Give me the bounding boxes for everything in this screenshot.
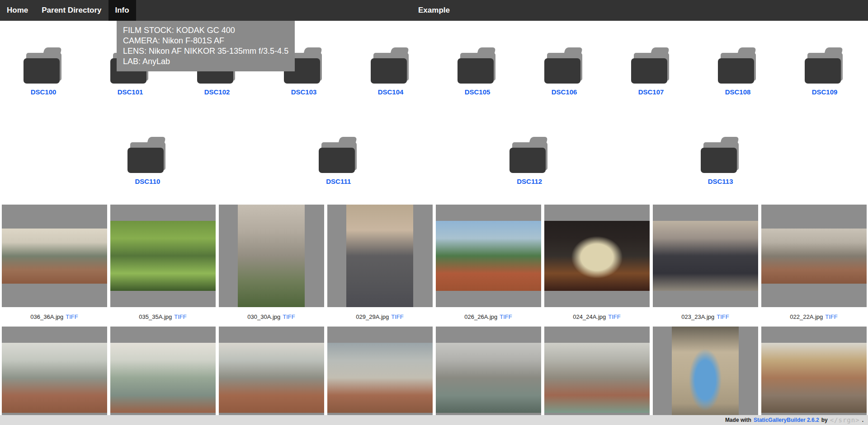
folder-icon[interactable] <box>717 47 759 84</box>
thumbnail-cell <box>436 327 541 425</box>
photo-thumbnail[interactable] <box>327 343 433 413</box>
photo-thumbnail[interactable] <box>672 327 739 425</box>
folder-item[interactable]: DSC109 <box>781 47 868 96</box>
folder-item[interactable]: DSC107 <box>608 47 694 96</box>
info-lab: LAB: AnyLab <box>123 56 288 67</box>
folder-icon[interactable] <box>457 47 498 84</box>
photo-thumbnail[interactable] <box>110 221 216 291</box>
tiff-link[interactable]: TIFF <box>717 313 729 320</box>
folder-item[interactable]: DSC104 <box>347 47 434 96</box>
photo-thumbnail[interactable] <box>238 205 305 307</box>
tiff-link[interactable]: TIFF <box>66 313 78 320</box>
folder-item[interactable]: DSC100 <box>0 47 87 96</box>
photo-thumbnail[interactable] <box>219 343 324 413</box>
photo-thumbnail[interactable] <box>2 343 107 413</box>
nav-bar: Home Parent Directory Info Example <box>0 0 868 21</box>
info-camera: CAMERA: Nikon F-801S AF <box>123 36 288 46</box>
folder-tab-shape <box>476 47 496 58</box>
photo-thumbnail[interactable] <box>544 343 650 413</box>
footer-builder-link[interactable]: StaticGalleryBuilder 2.6.2 <box>754 417 819 423</box>
tiff-link[interactable]: TIFF <box>608 313 620 320</box>
photo-thumbnail[interactable] <box>544 221 650 291</box>
thumbnail-cell <box>544 205 650 307</box>
folder-label[interactable]: DSC110 <box>135 177 160 185</box>
folder-label[interactable]: DSC107 <box>638 88 664 96</box>
folder-icon[interactable] <box>370 47 411 84</box>
gallery-item: 023_23A.jpg TIFF <box>653 205 758 327</box>
folder-front-shape <box>127 148 164 173</box>
folder-label[interactable]: DSC101 <box>118 88 143 96</box>
thumbnail-row-2 <box>0 327 868 425</box>
folder-item[interactable]: DSC105 <box>434 47 521 96</box>
folder-icon[interactable] <box>630 47 672 84</box>
photo-thumbnail[interactable] <box>2 229 107 284</box>
gallery-item: 029_29A.jpg TIFF <box>327 205 433 327</box>
gallery-item: 024_24A.jpg TIFF <box>544 205 650 327</box>
gallery-item <box>2 327 107 425</box>
folder-tab-shape <box>302 47 322 58</box>
tiff-link[interactable]: TIFF <box>391 313 403 320</box>
folder-icon[interactable] <box>700 136 741 173</box>
gallery-item <box>110 327 216 425</box>
folder-label[interactable]: DSC104 <box>378 88 404 96</box>
folder-icon[interactable] <box>318 136 359 173</box>
footer-srgn-logo[interactable]: </srgn> <box>830 416 860 424</box>
folder-label[interactable]: DSC112 <box>517 177 542 185</box>
folder-icon[interactable] <box>543 47 585 84</box>
thumbnail-cell <box>436 205 541 307</box>
filename-label: 030_30A.jpg <box>247 313 280 320</box>
thumbnail-cell <box>653 205 758 307</box>
photo-thumbnail[interactable] <box>346 205 413 307</box>
thumbnail-caption: 036_36A.jpg TIFF <box>2 307 107 327</box>
folder-icon[interactable] <box>804 47 845 84</box>
folder-label[interactable]: DSC113 <box>708 177 733 185</box>
photo-thumbnail[interactable] <box>761 229 867 284</box>
folder-label[interactable]: DSC102 <box>204 88 230 96</box>
filename-label: 023_23A.jpg <box>681 313 714 320</box>
folder-tab-shape <box>823 47 843 58</box>
folder-label[interactable]: DSC109 <box>812 88 838 96</box>
thumbnail-cell <box>219 327 324 425</box>
thumbnail-caption: 023_23A.jpg TIFF <box>653 307 758 327</box>
nav-item-info[interactable]: Info <box>108 0 136 21</box>
nav-item-parent-directory[interactable]: Parent Directory <box>35 0 108 21</box>
folder-item[interactable]: DSC111 <box>295 136 382 185</box>
folder-label[interactable]: DSC105 <box>465 88 491 96</box>
tiff-link[interactable]: TIFF <box>174 313 186 320</box>
folder-item[interactable]: DSC113 <box>677 136 764 185</box>
folder-label[interactable]: DSC100 <box>31 88 57 96</box>
folder-icon[interactable] <box>509 136 550 173</box>
filename-label: 035_35A.jpg <box>139 313 172 320</box>
folder-item[interactable]: DSC106 <box>521 47 608 96</box>
gallery-item <box>436 327 541 425</box>
folder-tab-shape <box>389 47 409 58</box>
folder-label[interactable]: DSC103 <box>291 88 317 96</box>
folder-front-shape <box>718 58 754 84</box>
thumbnail-cell <box>2 327 107 425</box>
thumbnail-cell <box>110 327 216 425</box>
tiff-link[interactable]: TIFF <box>500 313 512 320</box>
photo-thumbnail[interactable] <box>653 221 758 291</box>
folder-item[interactable]: DSC110 <box>104 136 191 185</box>
folder-item[interactable]: DSC112 <box>486 136 573 185</box>
tiff-link[interactable]: TIFF <box>283 313 295 320</box>
photo-thumbnail[interactable] <box>436 221 541 291</box>
tiff-link[interactable]: TIFF <box>825 313 837 320</box>
folder-item[interactable]: DSC108 <box>694 47 781 96</box>
photo-thumbnail[interactable] <box>761 343 867 413</box>
folder-label[interactable]: DSC108 <box>725 88 751 96</box>
photo-thumbnail[interactable] <box>436 343 541 413</box>
folder-label[interactable]: DSC111 <box>326 177 351 185</box>
footer-bar: Made with StaticGalleryBuilder 2.6.2 by … <box>0 415 868 425</box>
thumbnail-caption: 026_26A.jpg TIFF <box>436 307 541 327</box>
folder-label[interactable]: DSC106 <box>552 88 577 96</box>
photo-thumbnail[interactable] <box>110 343 216 413</box>
thumbnail-cell <box>761 327 867 425</box>
folder-icon[interactable] <box>23 47 64 84</box>
folder-icon[interactable] <box>127 136 168 173</box>
thumbnail-cell <box>110 205 216 307</box>
gallery-item <box>544 327 650 425</box>
filename-label: 024_24A.jpg <box>573 313 606 320</box>
folder-tab-shape <box>736 47 756 58</box>
nav-item-home[interactable]: Home <box>0 0 35 21</box>
